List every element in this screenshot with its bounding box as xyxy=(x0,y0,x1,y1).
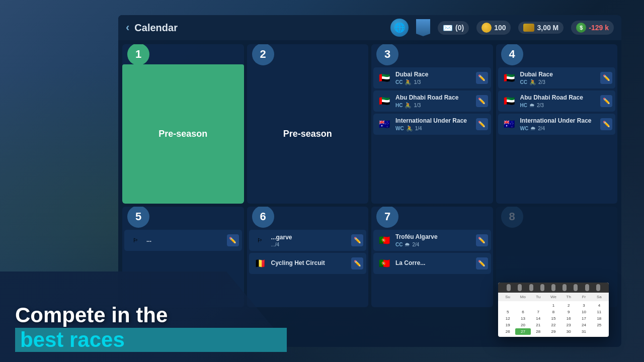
edit-button[interactable]: ✏️ xyxy=(600,72,612,84)
race-info: Cycling Het Circuit xyxy=(271,259,349,267)
race-name: Abu Dhabi Road Race xyxy=(520,94,598,101)
race-name: Abu Dhabi Road Race xyxy=(395,94,473,101)
race-list-7: 🇵🇹 Troféu Algarve CC 🌧 2/4 ✏️ 🇵🇹 xyxy=(371,229,493,275)
dollar-icon: $ xyxy=(576,23,586,33)
cal-day: 22 xyxy=(546,322,561,328)
cal-day xyxy=(592,328,607,335)
day-fr: Fr xyxy=(576,294,591,300)
week-number-3: 3 xyxy=(376,44,398,65)
cal-day xyxy=(500,302,515,309)
race-entry[interactable]: 🇦🇪 Abu Dhabi Road Race HC 🚴 1/3 ✏️ xyxy=(373,90,491,112)
back-button[interactable]: ‹ xyxy=(126,21,129,34)
week-cell-2[interactable]: 2 Pre-season xyxy=(247,44,369,204)
flag-garve: 🏳 xyxy=(252,232,268,248)
edit-button[interactable]: ✏️ xyxy=(351,234,363,246)
race-meta: WC 🚴 1/4 xyxy=(395,125,473,132)
weather-icon: 🌧 xyxy=(529,102,535,108)
preseason-2: Pre-season xyxy=(247,64,369,204)
edit-button[interactable]: ✏️ xyxy=(227,234,239,246)
day-tu: Tu xyxy=(531,294,546,300)
bike-icon: 🚴 xyxy=(406,125,413,132)
bike-icon: 🚴 xyxy=(529,79,536,85)
race-progress: 1/4 xyxy=(415,126,422,131)
money-value: 3,00 M xyxy=(537,24,558,32)
week-cell-3: 3 🇦🇪 Dubai Race CC 🚴 1/3 ✏️ � xyxy=(371,44,493,204)
week-number-6: 6 xyxy=(252,207,274,228)
race-name: International Under Race xyxy=(520,117,598,124)
cal-day: 28 xyxy=(531,328,546,335)
week-cell-4: 4 🇦🇪 Dubai Race CC 🚴 2/3 ✏️ � xyxy=(496,44,618,204)
race-entry[interactable]: 🏳 ...garve .../4 ✏️ xyxy=(249,230,367,251)
marketing-overlay: Compete in the best races xyxy=(0,272,302,362)
race-entry[interactable]: 🏳 ... ✏️ xyxy=(124,230,242,251)
race-meta: HC 🌧 2/3 xyxy=(520,102,598,108)
flag-uae-2: 🇦🇪 xyxy=(376,93,392,109)
spiral-ring xyxy=(574,284,578,291)
globe-icon[interactable]: 🌐 xyxy=(390,19,409,37)
edit-button[interactable]: ✏️ xyxy=(600,95,612,107)
race-list-5: 🏳 ... ✏️ xyxy=(122,229,244,252)
edit-button[interactable]: ✏️ xyxy=(476,234,488,246)
best-races-text: best races xyxy=(15,328,287,352)
race-badge: WC xyxy=(520,126,529,131)
race-progress: 1/3 xyxy=(414,79,421,85)
edit-button[interactable]: ✏️ xyxy=(476,118,488,130)
race-entry[interactable]: 🇧🇪 Cycling Het Circuit ✏️ xyxy=(249,253,367,274)
edit-button[interactable]: ✏️ xyxy=(600,118,612,130)
race-list-3: 🇦🇪 Dubai Race CC 🚴 1/3 ✏️ 🇦🇪 Ab xyxy=(371,66,493,136)
race-entry[interactable]: 🇦🇺 International Under Race WC 🚴 1/4 ✏️ xyxy=(373,114,491,135)
cal-day: 15 xyxy=(546,315,561,322)
edit-button[interactable]: ✏️ xyxy=(476,95,488,107)
spiral-ring xyxy=(562,284,567,291)
bike-icon: 🚴 xyxy=(405,79,412,85)
race-info: La Corre... xyxy=(395,259,473,267)
cal-week-4: 19 20 21 22 23 24 25 xyxy=(500,322,607,328)
race-meta: CC 🚴 2/3 xyxy=(520,79,598,85)
flag-pt2: 🇵🇹 xyxy=(376,255,392,272)
cal-day: 1 xyxy=(546,302,561,309)
race-info: Dubai Race CC 🚴 1/3 xyxy=(395,71,473,85)
bookmark-icon[interactable] xyxy=(416,19,430,36)
cal-day: 16 xyxy=(561,315,576,322)
race-info: Dubai Race CC 🚴 2/3 xyxy=(520,71,598,85)
race-meta: .../4 xyxy=(271,242,349,247)
calendar-widget: Su Mo Tu We Th Fr Sa 1 2 3 4 5 6 7 8 xyxy=(498,283,609,337)
cal-day: 7 xyxy=(531,309,546,315)
race-meta: CC 🚴 1/3 xyxy=(395,79,473,85)
cal-day: 21 xyxy=(531,322,546,328)
compete-text: Compete in the xyxy=(15,304,287,327)
week-number-1: 1 xyxy=(127,44,149,65)
spiral-ring xyxy=(540,284,544,291)
spiral-ring xyxy=(507,284,511,291)
week-number-7: 7 xyxy=(376,207,398,228)
edit-button[interactable]: ✏️ xyxy=(476,72,488,84)
edit-button[interactable]: ✏️ xyxy=(476,257,488,269)
race-progress: 2/3 xyxy=(538,79,545,85)
race-meta: HC 🚴 1/3 xyxy=(395,102,473,109)
mail-icon: ✉️ xyxy=(443,23,453,33)
race-entry[interactable]: 🇵🇹 Troféu Algarve CC 🌧 2/4 ✏️ xyxy=(373,230,491,251)
race-entry[interactable]: 🇦🇪 Abu Dhabi Road Race HC 🌧 2/3 ✏️ xyxy=(498,90,616,112)
cal-day: 25 xyxy=(592,322,607,328)
race-badge: HC xyxy=(520,103,527,108)
cal-day: 18 xyxy=(592,315,607,322)
day-su: Su xyxy=(500,294,515,300)
messages-count: (0) xyxy=(455,24,464,32)
flag-be: 🇧🇪 xyxy=(252,255,268,272)
race-info: Abu Dhabi Road Race HC 🚴 1/3 xyxy=(395,94,473,109)
race-entry[interactable]: 🇦🇪 Dubai Race CC 🚴 2/3 ✏️ xyxy=(498,67,616,88)
edit-button[interactable]: ✏️ xyxy=(351,257,363,269)
race-name: Dubai Race xyxy=(395,71,473,78)
race-name: ... xyxy=(146,236,224,243)
flag-uae-4: 🇦🇪 xyxy=(501,93,517,109)
race-name: La Corre... xyxy=(395,259,473,266)
race-entry[interactable]: 🇵🇹 La Corre... ✏️ xyxy=(373,253,491,274)
week-cell-1[interactable]: 1 Pre-season xyxy=(122,44,244,204)
cal-day xyxy=(531,302,546,309)
race-entry[interactable]: 🇦🇺 International Under Race WC 🌧 2/4 ✏️ xyxy=(498,114,616,135)
weather-icon: 🌧 xyxy=(530,125,536,131)
cal-week-2: 5 6 7 8 9 10 11 xyxy=(500,309,607,315)
coins-item: 100 xyxy=(476,21,511,35)
calendar-spiral xyxy=(498,283,609,293)
race-entry[interactable]: 🇦🇪 Dubai Race CC 🚴 1/3 ✏️ xyxy=(373,67,491,88)
